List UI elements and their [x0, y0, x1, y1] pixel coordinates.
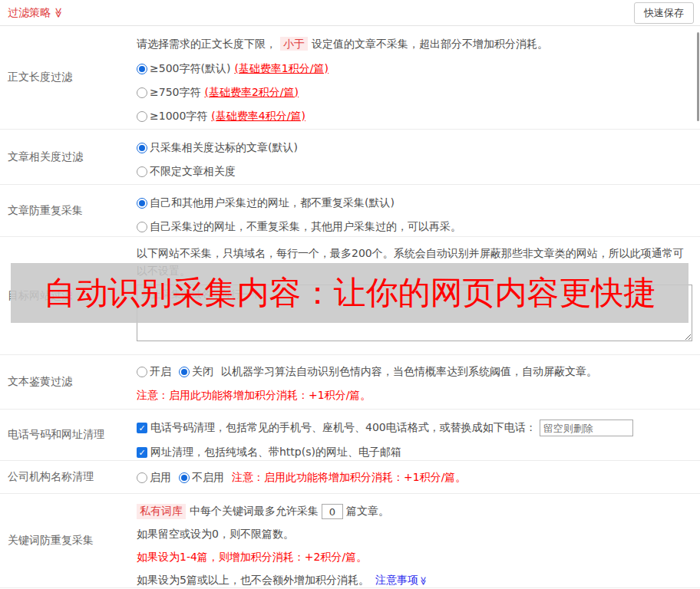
checkbox-phone-clean[interactable]: 电话号码清理，包括常见的手机号、座机号、400电话格式，或替换成如下电话：: [137, 416, 694, 440]
quick-save-button[interactable]: 快速保存: [634, 2, 694, 24]
option-label: 自己和其他用户采集过的网址，都不重复采集(默认): [150, 196, 395, 210]
row-porn-filter: 文本鉴黄过滤 开启 关闭 以机器学习算法自动识别色情内容，当色情概率达到系统阈值…: [0, 355, 700, 410]
page: 过滤策略 快速保存 正文长度过滤 请选择需求的正文长度下限，小于设定值的文章不采…: [0, 0, 700, 589]
porn-filter-options: 开启 关闭 以机器学习算法自动识别色情内容，当色情概率达到系统阈值，自动屏蔽文章…: [137, 361, 694, 383]
radio-option-porn-on[interactable]: 开启: [137, 365, 171, 379]
row-content: 自己和其他用户采集过的网址，都不重复采集(默认) 自己采集过的网址，不重复采集，…: [130, 185, 700, 236]
radio-icon: [137, 472, 147, 483]
option-label: 关闭: [192, 365, 213, 379]
row-label: 正文长度过滤: [0, 26, 130, 129]
radio-option-500[interactable]: ≥500字符(默认) (基础费率1积分/篇): [137, 57, 694, 81]
filter-strategy-toggle[interactable]: 过滤策略: [8, 6, 64, 20]
option-label: 启用: [150, 471, 171, 485]
row-content: 电话号码清理，包括常见的手机号、座机号、400电话格式，或替换成如下电话： 网址…: [130, 410, 700, 460]
chevron-down-icon: [54, 8, 64, 18]
row-label: 文本鉴黄过滤: [0, 355, 130, 409]
keyword-note-cost: 如果设为1-4篇，则增加积分消耗：+2积分/篇。: [137, 546, 694, 569]
option-label: 开启: [150, 365, 171, 379]
option-label: ≥1000字符: [150, 110, 207, 123]
keyword-note-zero: 如果留空或设为0，则不限篇数。: [137, 523, 694, 546]
porn-filter-description: 以机器学习算法自动识别色情内容，当色情概率达到系统阈值，自动屏蔽文章。: [221, 365, 597, 379]
notice-link-label: 注意事项: [375, 574, 418, 587]
checkbox-checked-icon: [137, 447, 147, 458]
keyword-note-five: 如果设为5篇或以上，也不会额外增加积分消耗。 注意事项: [137, 569, 694, 589]
row-content: 私有词库 中每个关键词最多允许采集 篇文章。 如果留空或设为0，则不限篇数。 如…: [130, 494, 700, 587]
less-than-badge: 小于: [280, 37, 308, 51]
row-label: 公司机构名称清理: [0, 461, 130, 493]
radio-checked-icon: [137, 143, 147, 153]
row-label: 电话号码和网址清理: [0, 410, 130, 460]
replacement-phone-input[interactable]: [540, 420, 633, 436]
row-relevance-filter: 文章相关度过滤 只采集相关度达标的文章(默认) 不限定文章相关度: [0, 130, 700, 185]
checkbox-label: 电话号码清理，包括常见的手机号、座机号、400电话格式，或替换成如下电话：: [150, 421, 537, 435]
radio-option-dedupe-all[interactable]: 自己和其他用户采集过的网址，都不重复采集(默认): [137, 191, 694, 215]
radio-icon: [137, 222, 147, 232]
row-label: 文章防重复采集: [0, 185, 130, 236]
radio-option-dedupe-self[interactable]: 自己采集过的网址，不重复采集，其他用户采集过的，可以再采。: [137, 215, 694, 239]
row-label: 关键词防重复采集: [0, 494, 130, 587]
intro-post: 设定值的文章不采集，超出部分不增加积分消耗。: [312, 38, 548, 50]
row-phone-url-clean: 电话号码和网址清理 电话号码清理，包括常见的手机号、座机号、400电话格式，或替…: [0, 410, 700, 461]
row-dedupe-collection: 文章防重复采集 自己和其他用户采集过的网址，都不重复采集(默认) 自己采集过的网…: [0, 185, 700, 237]
fee-note: (基础费率4积分/篇): [211, 110, 305, 123]
radio-checked-icon: [179, 472, 190, 483]
row-content: 只采集相关度达标的文章(默认) 不限定文章相关度: [130, 130, 700, 184]
radio-option-relevance-any[interactable]: 不限定文章相关度: [137, 160, 694, 183]
header-bar: 过滤策略 快速保存: [0, 0, 700, 26]
private-lexicon-badge: 私有词库: [137, 504, 186, 519]
chevron-down-icon: [419, 576, 428, 585]
row-company-clean: 公司机构名称清理 启用 不启用 注意：启用此功能将增加积分消耗：+1积分/篇。: [0, 461, 700, 494]
intro-pre: 请选择需求的正文长度下限，: [137, 38, 276, 50]
row-body-length-filter: 正文长度过滤 请选择需求的正文长度下限，小于设定值的文章不采集，超出部分不增加积…: [0, 26, 700, 130]
fee-note: (基础费率2积分/篇): [204, 86, 299, 100]
option-label: 自己采集过的网址，不重复采集，其他用户采集过的，可以再采。: [150, 220, 461, 234]
option-label: 不限定文章相关度: [150, 165, 236, 179]
fee-note: (基础费率1积分/篇): [234, 62, 329, 76]
ad-watermark-text: 自动识别采集内容：让你的网页内容更快捷: [44, 271, 656, 314]
keyword-note-five-text: 如果设为5篇或以上，也不会额外增加积分消耗。: [137, 574, 369, 587]
row-content: 启用 不启用 注意：启用此功能将增加积分消耗：+1积分/篇。: [130, 461, 700, 493]
page-title: 过滤策略: [8, 6, 51, 20]
radio-option-company-off[interactable]: 不启用: [179, 471, 224, 485]
ad-watermark-banner: 自动识别采集内容：让你的网页内容更快捷: [11, 263, 688, 323]
checkbox-label: 网址清理，包括纯域名、带http(s)的网址、电子邮箱: [150, 446, 401, 459]
keyword-limit-line: 私有词库 中每个关键词最多允许采集 篇文章。: [137, 500, 694, 523]
radio-icon: [137, 166, 147, 177]
radio-checked-icon: [137, 198, 147, 209]
row-keyword-dedupe: 关键词防重复采集 私有词库 中每个关键词最多允许采集 篇文章。 如果留空或设为0…: [0, 494, 700, 588]
radio-option-1000[interactable]: ≥1000字符 (基础费率4积分/篇): [137, 104, 694, 128]
radio-icon: [137, 87, 147, 98]
radio-icon: [137, 367, 147, 377]
radio-checked-icon: [179, 367, 190, 377]
notice-link[interactable]: 注意事项: [375, 574, 428, 587]
scrollbar-thumb[interactable]: [697, 32, 699, 121]
checkbox-checked-icon: [137, 423, 147, 433]
radio-checked-icon: [137, 64, 147, 74]
porn-filter-cost-note: 注意：启用此功能将增加积分消耗：+1积分/篇。: [137, 389, 694, 403]
radio-icon: [137, 111, 147, 122]
keyword-limit-suffix: 篇文章。: [346, 505, 389, 518]
row-label: 文章相关度过滤: [0, 130, 130, 184]
radio-option-porn-off[interactable]: 关闭: [179, 365, 213, 379]
radio-option-relevance-default[interactable]: 只采集相关度达标的文章(默认): [137, 136, 694, 160]
option-label: 不启用: [192, 471, 224, 485]
keyword-count-input[interactable]: [322, 504, 343, 519]
body-length-intro: 请选择需求的正文长度下限，小于设定值的文章不采集，超出部分不增加积分消耗。: [137, 35, 694, 52]
keyword-limit-text: 中每个关键词最多允许采集: [190, 505, 319, 518]
radio-option-750[interactable]: ≥750字符 (基础费率2积分/篇): [137, 81, 694, 104]
radio-option-company-on[interactable]: 启用: [137, 471, 171, 485]
row-content: 请选择需求的正文长度下限，小于设定值的文章不采集，超出部分不增加积分消耗。 ≥5…: [130, 26, 700, 129]
option-label: ≥750字符: [150, 86, 200, 100]
option-label: 只采集相关度达标的文章(默认): [150, 141, 298, 155]
option-label: ≥500字符(默认): [150, 62, 230, 76]
row-content: 开启 关闭 以机器学习算法自动识别色情内容，当色情概率达到系统阈值，自动屏蔽文章…: [130, 355, 700, 409]
company-clean-cost-note: 注意：启用此功能将增加积分消耗：+1积分/篇。: [232, 471, 466, 485]
company-clean-options: 启用 不启用 注意：启用此功能将增加积分消耗：+1积分/篇。: [137, 467, 694, 489]
